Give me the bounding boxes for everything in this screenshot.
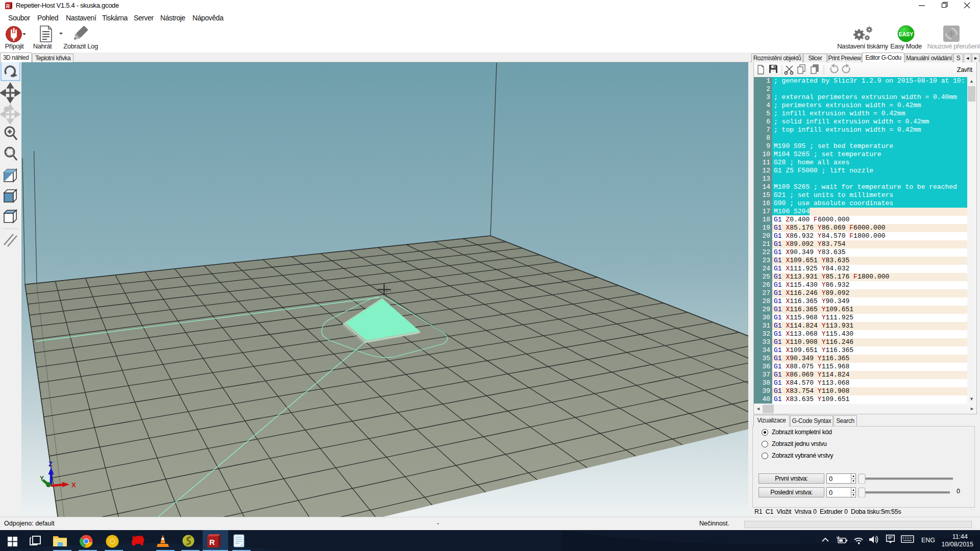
svg-text:X: X xyxy=(71,481,76,489)
svg-text:Z: Z xyxy=(48,460,53,468)
svg-text:Y: Y xyxy=(40,475,44,482)
svg-text:11:44: 11:44 xyxy=(952,533,968,540)
svg-text:EASY: EASY xyxy=(899,31,914,37)
svg-text:ENG: ENG xyxy=(921,537,935,544)
svg-text:R: R xyxy=(6,4,10,9)
svg-text:R: R xyxy=(209,538,215,546)
svg-text:10/08/2015: 10/08/2015 xyxy=(941,541,973,548)
